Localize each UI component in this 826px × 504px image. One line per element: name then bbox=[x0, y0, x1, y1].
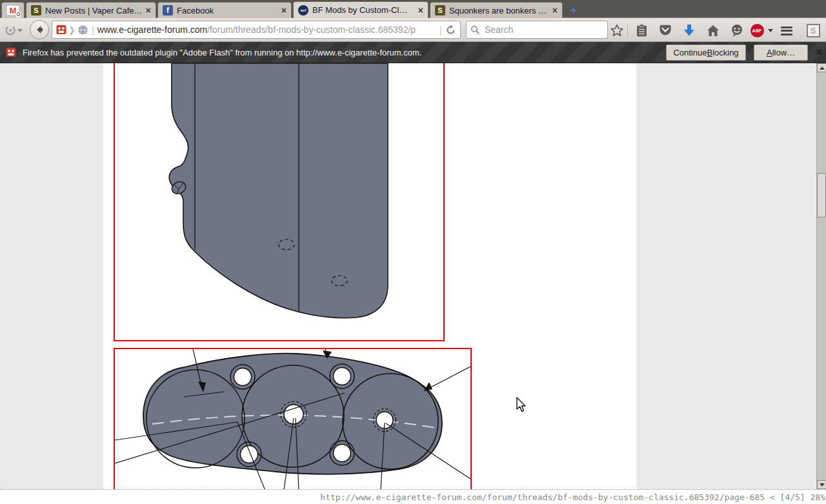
divider: | bbox=[92, 25, 94, 35]
search-icon bbox=[470, 25, 480, 35]
button-label: locking bbox=[712, 48, 738, 57]
hamburger-icon bbox=[781, 34, 792, 35]
abp-icon: ABP bbox=[750, 24, 764, 37]
notification-message: Firefox has prevented the outdated plugi… bbox=[23, 48, 421, 57]
tab-bf-mods-active[interactable]: ecf BF Mods by Custom-Cl… × bbox=[293, 1, 428, 18]
home-button[interactable] bbox=[705, 23, 721, 38]
url-bar[interactable]: ❯ | www.e-cigarette-forum.com/forum/thre… bbox=[52, 21, 461, 39]
session-manager-button[interactable] bbox=[5, 25, 23, 36]
session-manager-icon bbox=[5, 25, 16, 36]
scroll-down-button[interactable] bbox=[817, 480, 826, 489]
globe-site-identity-icon[interactable] bbox=[77, 25, 88, 35]
blocked-plugin-icon bbox=[6, 47, 16, 57]
chevron-down-icon bbox=[768, 29, 773, 32]
pinned-tab-gmail[interactable]: M 0 bbox=[1, 2, 25, 18]
chevron-down-icon bbox=[17, 29, 23, 32]
url-text[interactable]: www.e-cigarette-forum.com/forum/threads/… bbox=[97, 25, 436, 35]
pocket-button[interactable] bbox=[658, 23, 673, 38]
tab-facebook[interactable]: f Facebook × bbox=[157, 2, 292, 18]
cad-image-side-view[interactable] bbox=[114, 63, 445, 341]
back-button[interactable] bbox=[30, 20, 49, 39]
smiley-chat-icon bbox=[730, 24, 743, 37]
tab-label: Squonkers are bonkers … bbox=[449, 6, 548, 15]
adblock-plus-button[interactable]: ABP bbox=[749, 23, 765, 38]
reload-icon[interactable] bbox=[445, 25, 456, 35]
hamburger-icon bbox=[781, 30, 792, 32]
scrollbar-thumb[interactable] bbox=[817, 173, 826, 217]
facebook-favicon: f bbox=[163, 5, 173, 15]
star-icon bbox=[610, 24, 623, 37]
vertical-scrollbar[interactable] bbox=[816, 63, 826, 489]
close-icon[interactable]: × bbox=[552, 6, 558, 15]
status-url-text: http://www.e-cigarette-forum.com/forum/t… bbox=[320, 492, 826, 502]
hamburger-icon bbox=[781, 26, 792, 28]
divider bbox=[627, 24, 628, 37]
bookmarks-list-button[interactable] bbox=[634, 23, 649, 38]
url-host: www.e-cigarette-forum.com bbox=[97, 25, 207, 35]
cad-image-top-view[interactable] bbox=[114, 348, 472, 489]
gmail-icon: M 0 bbox=[6, 5, 19, 15]
chat-button[interactable] bbox=[729, 23, 745, 38]
tab-bar: M 0 S New Posts | Vaper Cafe… × f Facebo… bbox=[0, 0, 826, 18]
tab-label: BF Mods by Custom-Cl… bbox=[312, 5, 414, 15]
close-icon[interactable]: × bbox=[281, 6, 287, 15]
triangle-up-icon bbox=[820, 66, 825, 70]
button-label: Continue bbox=[673, 48, 707, 57]
mouse-cursor bbox=[516, 397, 527, 413]
s-extension-icon: S bbox=[807, 24, 820, 37]
triangle-down-icon bbox=[820, 483, 825, 487]
close-icon[interactable]: × bbox=[418, 6, 423, 15]
blocked-plugin-icon[interactable] bbox=[56, 25, 66, 35]
home-icon bbox=[707, 25, 720, 37]
forum-favicon: S bbox=[435, 5, 445, 15]
page-content bbox=[0, 63, 826, 489]
forum-favicon: S bbox=[31, 5, 41, 15]
downloads-button[interactable] bbox=[681, 23, 697, 38]
extension-s-button[interactable]: S bbox=[805, 23, 821, 38]
cad-drawing-side-view bbox=[115, 63, 443, 340]
new-tab-button[interactable]: + bbox=[565, 3, 582, 17]
download-arrow-icon bbox=[683, 24, 695, 37]
plugin-notification-bar: Firefox has prevented the outdated plugi… bbox=[0, 42, 826, 63]
bookmark-star-button[interactable] bbox=[609, 23, 625, 38]
back-arrow-icon bbox=[34, 25, 45, 35]
gmail-unread-badge: 0 bbox=[16, 12, 21, 17]
clipboard-icon bbox=[636, 24, 648, 37]
scroll-up-button[interactable] bbox=[817, 63, 826, 72]
tab-label: Facebook bbox=[177, 6, 277, 15]
adblock-dropdown[interactable] bbox=[765, 23, 774, 38]
button-label: llow… bbox=[772, 48, 795, 57]
search-input[interactable] bbox=[483, 24, 603, 35]
close-icon[interactable]: × bbox=[146, 6, 151, 15]
menu-button[interactable] bbox=[781, 23, 796, 38]
button-accesskey: B bbox=[707, 48, 712, 57]
tab-label: New Posts | Vaper Cafe… bbox=[45, 6, 141, 15]
status-bar: http://www.e-cigarette-forum.com/forum/t… bbox=[0, 489, 826, 504]
search-box[interactable] bbox=[466, 21, 608, 39]
navigation-toolbar: ❯ | www.e-cigarette-forum.com/forum/thre… bbox=[0, 18, 826, 42]
close-icon[interactable]: × bbox=[816, 47, 822, 57]
divider: | bbox=[439, 25, 442, 35]
button-accesskey: A bbox=[767, 48, 772, 57]
allow-button[interactable]: Allow… bbox=[754, 45, 808, 61]
tab-squonkers[interactable]: S Squonkers are bonkers … × bbox=[430, 2, 563, 18]
tab-new-posts[interactable]: S New Posts | Vaper Cafe… × bbox=[26, 2, 156, 18]
cad-drawing-top-view bbox=[115, 349, 470, 489]
url-path: /forum/threads/bf-mods-by-custom-classic… bbox=[207, 25, 416, 35]
pocket-icon bbox=[659, 25, 672, 36]
breadcrumb-chevron-icon: ❯ bbox=[68, 25, 76, 35]
ecf-favicon: ecf bbox=[298, 5, 308, 15]
continue-blocking-button[interactable]: Continue Blocking bbox=[666, 45, 746, 61]
gmail-letter: M bbox=[10, 6, 17, 15]
